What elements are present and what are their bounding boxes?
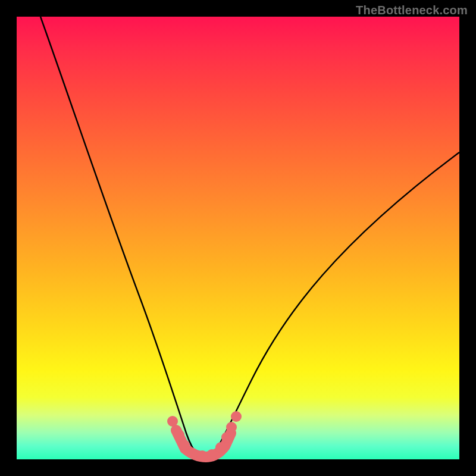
marker-dot	[197, 450, 208, 461]
marker-dot	[226, 422, 237, 433]
marker-dot	[215, 442, 226, 453]
plot-area	[17, 17, 459, 459]
watermark-text: TheBottleneck.com	[356, 4, 468, 17]
marker-dot	[206, 449, 217, 460]
marker-dot	[174, 430, 184, 440]
left-curve	[40, 17, 198, 456]
marker-dot	[187, 448, 198, 459]
marker-dot	[167, 416, 178, 427]
marker-dot	[231, 411, 242, 422]
marker-dot	[221, 432, 232, 443]
right-curve	[213, 152, 459, 456]
marker-dot	[179, 440, 190, 450]
chart-svg	[17, 17, 459, 459]
